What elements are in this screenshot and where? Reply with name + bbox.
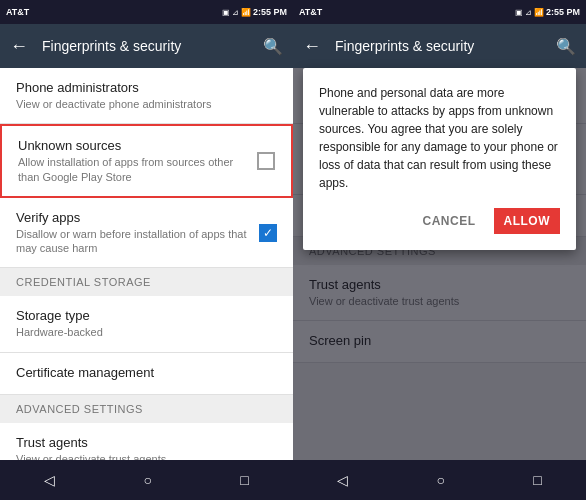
toolbar-left: ← Fingerprints & security 🔍 (0, 24, 293, 68)
status-icons-left: ▣ ⊿ 📶 2:55 PM (222, 7, 287, 17)
screen-pin-item-right: Screen pin (293, 321, 586, 363)
nav-back-left[interactable]: ◁ (44, 472, 55, 488)
unknown-sources-checkbox[interactable] (257, 152, 275, 170)
allow-button[interactable]: ALLOW (494, 208, 561, 234)
unknown-sources-item[interactable]: Unknown sources Allow installation of ap… (0, 124, 293, 198)
status-bar-right: AT&T ▣ ⊿ 📶 2:55 PM (293, 0, 586, 24)
back-button-right[interactable]: ← (303, 36, 321, 57)
check-icon: ✓ (263, 226, 273, 240)
cancel-button[interactable]: CANCEL (413, 208, 486, 234)
content-left: Phone administrators View or deactivate … (0, 68, 293, 460)
toolbar-right: ← Fingerprints & security 🔍 (293, 24, 586, 68)
trust-agents-subtitle-right: View or deactivate trust agents (309, 294, 570, 308)
status-icons-right: ▣ ⊿ 📶 2:55 PM (515, 7, 580, 17)
trust-agents-item-right: Trust agents View or deactivate trust ag… (293, 265, 586, 321)
cert-management-item[interactable]: Certificate management (0, 353, 293, 395)
verify-apps-title: Verify apps (16, 210, 249, 225)
page-title-left: Fingerprints & security (42, 38, 263, 54)
nav-bar-left: ◁ ○ □ (0, 460, 293, 500)
storage-type-title: Storage type (16, 308, 277, 323)
unknown-sources-subtitle: Allow installation of apps from sources … (18, 155, 247, 184)
time-right: 2:55 PM (546, 7, 580, 17)
verify-apps-checkbox[interactable]: ✓ (259, 224, 277, 242)
phone-admins-title: Phone administrators (16, 80, 277, 95)
nav-home-right[interactable]: ○ (437, 472, 445, 488)
signal-icon-right: ▣ ⊿ 📶 (515, 8, 544, 17)
nav-home-left[interactable]: ○ (144, 472, 152, 488)
search-icon-left[interactable]: 🔍 (263, 37, 283, 56)
unknown-sources-row: Unknown sources Allow installation of ap… (18, 138, 275, 184)
time-left: 2:55 PM (253, 7, 287, 17)
dialog-message: Phone and personal data are more vulnera… (319, 84, 560, 192)
nav-recent-right[interactable]: □ (533, 472, 541, 488)
status-bar-left: AT&T ▣ ⊿ 📶 2:55 PM (0, 0, 293, 24)
phone-admins-subtitle: View or deactivate phone administrators (16, 97, 277, 111)
nav-bar-right: ◁ ○ □ (293, 460, 586, 500)
verify-apps-subtitle: Disallow or warn before installation of … (16, 227, 249, 256)
unknown-sources-title: Unknown sources (18, 138, 247, 153)
advanced-settings-header: ADVANCED SETTINGS (0, 395, 293, 423)
dialog-buttons: CANCEL ALLOW (319, 208, 560, 234)
search-icon-right[interactable]: 🔍 (556, 37, 576, 56)
phone-admins-item[interactable]: Phone administrators View or deactivate … (0, 68, 293, 124)
signal-icon: ▣ ⊿ 📶 (222, 8, 251, 17)
carrier-left: AT&T (6, 7, 29, 17)
storage-type-subtitle: Hardware-backed (16, 325, 277, 339)
unknown-sources-dialog: Phone and personal data are more vulnera… (303, 68, 576, 250)
trust-agents-item[interactable]: Trust agents View or deactivate trust ag… (0, 423, 293, 460)
carrier-right: AT&T (299, 7, 322, 17)
verify-apps-row: Verify apps Disallow or warn before inst… (16, 210, 277, 256)
page-title-right: Fingerprints & security (335, 38, 556, 54)
screen-pin-title-right: Screen pin (309, 333, 570, 348)
storage-type-item[interactable]: Storage type Hardware-backed (0, 296, 293, 352)
cert-management-title: Certificate management (16, 365, 277, 380)
verify-apps-item[interactable]: Verify apps Disallow or warn before inst… (0, 198, 293, 269)
nav-recent-left[interactable]: □ (240, 472, 248, 488)
trust-agents-title: Trust agents (16, 435, 277, 450)
trust-agents-subtitle: View or deactivate trust agents (16, 452, 277, 460)
right-phone-screen: AT&T ▣ ⊿ 📶 2:55 PM ← Fingerprints & secu… (293, 0, 586, 500)
credential-storage-header: CREDENTIAL STORAGE (0, 268, 293, 296)
left-phone-screen: AT&T ▣ ⊿ 📶 2:55 PM ← Fingerprints & secu… (0, 0, 293, 500)
nav-back-right[interactable]: ◁ (337, 472, 348, 488)
back-button-left[interactable]: ← (10, 36, 28, 57)
trust-agents-title-right: Trust agents (309, 277, 570, 292)
verify-apps-text: Verify apps Disallow or warn before inst… (16, 210, 259, 256)
unknown-sources-text: Unknown sources Allow installation of ap… (18, 138, 257, 184)
